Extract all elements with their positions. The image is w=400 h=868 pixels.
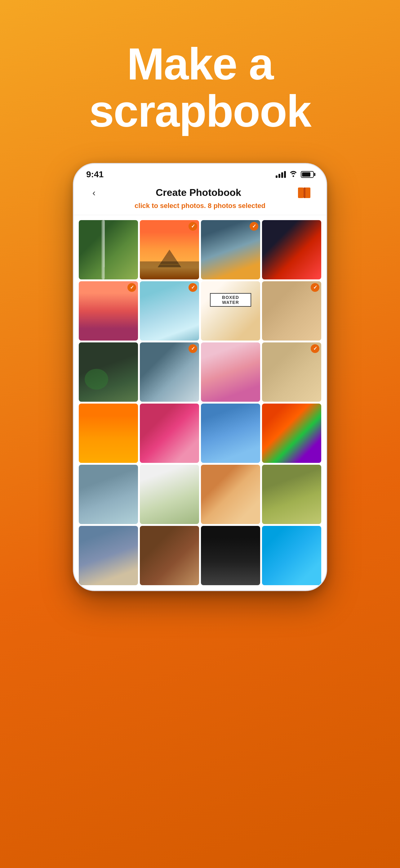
photo-cell[interactable]: ✓ bbox=[140, 281, 199, 341]
selected-badge: ✓ bbox=[189, 283, 197, 292]
photo-cell[interactable]: ✓ bbox=[201, 220, 260, 279]
photo-thumbnail bbox=[201, 465, 260, 524]
photo-thumbnail bbox=[201, 404, 260, 463]
photo-grid: ✓✓✓✓BOXEDWATER✓✓✓ bbox=[79, 220, 321, 585]
photo-cell[interactable] bbox=[140, 465, 199, 524]
phone-mockup: 9:41 ‹ Create Photobook bbox=[0, 163, 400, 591]
photo-cell[interactable] bbox=[79, 342, 138, 402]
page-title: Create Photobook bbox=[156, 187, 241, 198]
app-header: ‹ Create Photobook click to select photo… bbox=[74, 182, 326, 215]
photo-thumbnail bbox=[262, 404, 321, 463]
svg-rect-2 bbox=[304, 187, 305, 198]
photo-cell[interactable] bbox=[201, 404, 260, 463]
photo-thumbnail bbox=[262, 526, 321, 585]
back-button[interactable]: ‹ bbox=[86, 185, 102, 200]
photo-thumbnail: BOXEDWATER bbox=[201, 281, 260, 341]
photo-thumbnail bbox=[262, 465, 321, 524]
selected-badge: ✓ bbox=[189, 222, 197, 231]
selected-badge: ✓ bbox=[128, 283, 136, 292]
phone-frame: 9:41 ‹ Create Photobook bbox=[73, 163, 327, 591]
photo-thumbnail bbox=[201, 342, 260, 402]
photo-thumbnail bbox=[140, 404, 199, 463]
photo-cell[interactable] bbox=[79, 220, 138, 279]
selected-badge: ✓ bbox=[311, 283, 320, 292]
photo-cell[interactable]: BOXEDWATER bbox=[201, 281, 260, 341]
photo-cell[interactable]: ✓ bbox=[140, 220, 199, 279]
photo-thumbnail bbox=[201, 526, 260, 585]
wifi-icon bbox=[289, 170, 298, 179]
photo-cell[interactable] bbox=[262, 465, 321, 524]
photo-cell[interactable]: ✓ bbox=[262, 281, 321, 341]
selection-subtitle: click to select photos. 8 photos selecte… bbox=[135, 202, 265, 210]
photo-cell[interactable]: ✓ bbox=[140, 342, 199, 402]
photo-grid-container: ✓✓✓✓BOXEDWATER✓✓✓ bbox=[74, 215, 326, 590]
battery-icon bbox=[301, 171, 314, 178]
photo-cell[interactable] bbox=[262, 404, 321, 463]
photo-thumbnail bbox=[79, 342, 138, 402]
photo-thumbnail bbox=[79, 465, 138, 524]
photo-cell[interactable] bbox=[201, 465, 260, 524]
status-time: 9:41 bbox=[86, 169, 104, 180]
signal-icon bbox=[276, 171, 286, 178]
photo-cell[interactable] bbox=[140, 526, 199, 585]
hero-section: Make a scrapbook bbox=[0, 0, 400, 163]
photo-thumbnail bbox=[140, 526, 199, 585]
selected-badge: ✓ bbox=[249, 222, 258, 231]
photo-thumbnail bbox=[79, 404, 138, 463]
photo-thumbnail bbox=[79, 526, 138, 585]
photo-cell[interactable] bbox=[201, 342, 260, 402]
photobook-icon[interactable] bbox=[295, 185, 314, 200]
photo-cell[interactable]: ✓ bbox=[79, 281, 138, 341]
selected-badge: ✓ bbox=[311, 344, 320, 353]
photo-cell[interactable] bbox=[262, 526, 321, 585]
photo-thumbnail bbox=[262, 220, 321, 279]
hero-title: Make a scrapbook bbox=[0, 40, 400, 135]
status-bar: 9:41 bbox=[74, 164, 326, 182]
photo-cell[interactable] bbox=[262, 220, 321, 279]
svg-rect-0 bbox=[298, 187, 304, 198]
photo-cell[interactable] bbox=[79, 404, 138, 463]
status-icons bbox=[276, 170, 314, 179]
photo-thumbnail bbox=[140, 465, 199, 524]
selected-badge: ✓ bbox=[189, 344, 197, 353]
photo-cell[interactable] bbox=[140, 404, 199, 463]
photo-cell[interactable] bbox=[201, 526, 260, 585]
photo-thumbnail bbox=[79, 220, 138, 279]
photo-cell[interactable] bbox=[79, 526, 138, 585]
photo-cell[interactable] bbox=[79, 465, 138, 524]
svg-rect-1 bbox=[305, 187, 310, 198]
photo-cell[interactable]: ✓ bbox=[262, 342, 321, 402]
